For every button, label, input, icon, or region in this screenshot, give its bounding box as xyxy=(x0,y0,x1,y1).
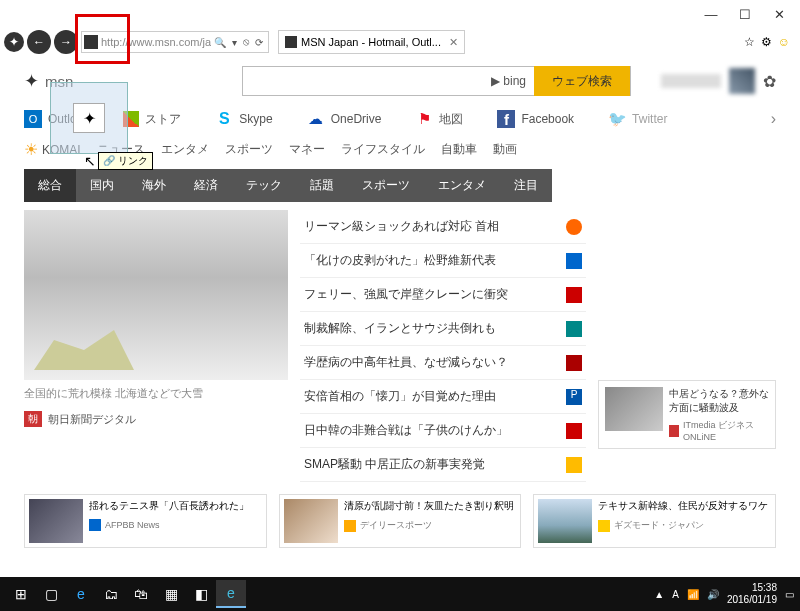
hero-image[interactable] xyxy=(24,210,288,380)
source-badge-icon xyxy=(598,520,610,532)
favorites-icon[interactable]: ☆ xyxy=(744,35,755,49)
user-area: ✿ xyxy=(661,68,776,94)
cat-entertainment[interactable]: エンタメ xyxy=(161,141,209,158)
headline-item[interactable]: 安倍首相の「懐刀」が目覚めた理由P xyxy=(300,380,586,414)
news-card[interactable]: テキサス新幹線、住民が反対するワケギズモード・ジャパン xyxy=(533,494,776,548)
start-button[interactable]: ⊞ xyxy=(6,580,36,608)
back-button[interactable]: ← xyxy=(27,30,51,54)
skype-icon: S xyxy=(215,110,233,128)
headline-item[interactable]: リーマン級ショックあれば対応 首相 xyxy=(300,210,586,244)
search-icon[interactable]: 🔍 xyxy=(211,37,229,48)
cat-lifestyle[interactable]: ライフスタイル xyxy=(341,141,425,158)
refresh-icon[interactable]: ⟳ xyxy=(252,37,266,48)
user-name-blurred xyxy=(661,74,721,88)
side-source: ITmedia ビジネスONLiNE xyxy=(669,419,769,442)
ie-taskbar-icon[interactable]: e xyxy=(216,580,246,608)
tab-close-icon[interactable]: ✕ xyxy=(449,36,458,49)
network-icon[interactable]: 📶 xyxy=(687,589,699,600)
headline-item[interactable]: フェリー、強風で岸壁クレーンに衝突 xyxy=(300,278,586,312)
headline-item[interactable]: 制裁解除、イランとサウジ共倒れも xyxy=(300,312,586,346)
minimize-button[interactable]: — xyxy=(694,4,728,24)
tab-kaigai[interactable]: 海外 xyxy=(128,169,180,202)
sun-icon: ☀ xyxy=(24,140,38,159)
ad-placeholder xyxy=(598,210,776,380)
svc-map[interactable]: ⚑地図 xyxy=(415,110,463,128)
news-card[interactable]: 揺れるテニス界「八百長誘われた」AFPBB News xyxy=(24,494,267,548)
source-icon xyxy=(566,423,582,439)
card-thumb xyxy=(29,499,83,543)
drag-ghost-icon: ✦ xyxy=(73,103,105,133)
cat-sports[interactable]: スポーツ xyxy=(225,141,273,158)
app-icon: ✦ xyxy=(4,32,24,52)
stop-icon[interactable]: ⦸ xyxy=(240,36,252,48)
headline-item[interactable]: 「化けの皮剥がれた」松野維新代表 xyxy=(300,244,586,278)
facebook-icon: f xyxy=(497,110,515,128)
side-thumb xyxy=(605,387,663,431)
svc-onedrive[interactable]: ☁OneDrive xyxy=(307,110,382,128)
source-icon xyxy=(566,321,582,337)
headline-item[interactable]: 日中韓の非難合戦は「子供のけんか」 xyxy=(300,414,586,448)
web-search-button[interactable]: ウェブ検索 xyxy=(534,66,630,96)
svc-store[interactable]: ストア xyxy=(123,111,181,128)
msn-logo-icon: ✦ xyxy=(24,70,39,92)
news-card[interactable]: 清原が乱闘寸前！灰皿たたき割り釈明デイリースポーツ xyxy=(279,494,522,548)
headline-item[interactable]: 学歴病の中高年社員、なぜ減らない？ xyxy=(300,346,586,380)
source-badge-icon xyxy=(669,425,679,437)
tab-tech[interactable]: テック xyxy=(232,169,296,202)
explorer-icon[interactable]: 🗂 xyxy=(96,580,126,608)
browser-tab[interactable]: MSN Japan - Hotmail, Outl... ✕ xyxy=(278,30,465,54)
source-icon xyxy=(566,253,582,269)
app2-icon[interactable]: ◧ xyxy=(186,580,216,608)
close-button[interactable]: ✕ xyxy=(762,4,796,24)
url-input[interactable] xyxy=(101,36,211,48)
address-bar[interactable]: 🔍 ▾ ⦸ ⟳ xyxy=(81,31,269,53)
tab-wadai[interactable]: 話題 xyxy=(296,169,348,202)
maximize-button[interactable]: ☐ xyxy=(728,4,762,24)
tab-sogo[interactable]: 総合 xyxy=(24,169,76,202)
source-badge-icon xyxy=(89,519,101,531)
feedback-icon[interactable]: ☺ xyxy=(778,35,790,49)
headlines-column: リーマン級ショックあれば対応 首相 「化けの皮剥がれた」松野維新代表 フェリー、… xyxy=(300,210,586,482)
tab-chumoku[interactable]: 注目 xyxy=(500,169,552,202)
headline-item[interactable]: SMAP騒動 中居正広の新事実発覚 xyxy=(300,448,586,482)
svc-facebook[interactable]: fFacebook xyxy=(497,110,574,128)
taskview-icon[interactable]: ▢ xyxy=(36,580,66,608)
tray-up-icon[interactable]: ▲ xyxy=(654,589,664,600)
side-card[interactable]: 中居どうなる？意外な方面に騒動波及 ITmedia ビジネスONLiNE xyxy=(598,380,776,449)
tab-entame[interactable]: エンタメ xyxy=(424,169,500,202)
avatar[interactable] xyxy=(729,68,755,94)
forward-button[interactable]: → xyxy=(54,30,78,54)
volume-icon[interactable]: 🔊 xyxy=(707,589,719,600)
tab-kokunai[interactable]: 国内 xyxy=(76,169,128,202)
cat-video[interactable]: 動画 xyxy=(493,141,517,158)
bottom-cards: 揺れるテニス界「八百長誘われた」AFPBB News 清原が乱闘寸前！灰皿たたき… xyxy=(0,490,800,552)
ime-icon[interactable]: A xyxy=(672,589,679,600)
site-icon xyxy=(84,35,98,49)
map-icon: ⚑ xyxy=(415,110,433,128)
clock[interactable]: 15:382016/01/19 xyxy=(727,582,777,606)
edge-icon[interactable]: e xyxy=(66,580,96,608)
link-tooltip: 🔗 リンク xyxy=(98,152,153,170)
search-input[interactable] xyxy=(243,67,483,95)
source-badge-icon xyxy=(344,520,356,532)
dropdown-icon[interactable]: ▾ xyxy=(229,37,240,48)
cat-auto[interactable]: 自動車 xyxy=(441,141,477,158)
cat-money[interactable]: マネー xyxy=(289,141,325,158)
side-title: 中居どうなる？意外な方面に騒動波及 xyxy=(669,387,769,415)
settings-icon[interactable]: ⚙ xyxy=(761,35,772,49)
hero-caption[interactable]: 全国的に荒れ模様 北海道などで大雪 xyxy=(24,380,288,407)
action-center-icon[interactable]: ▭ xyxy=(785,589,794,600)
main-content: 全国的に荒れ模様 北海道などで大雪 朝 朝日新聞デジタル リーマン級ショックあれ… xyxy=(0,202,800,490)
svc-skype[interactable]: SSkype xyxy=(215,110,272,128)
side-column: 中居どうなる？意外な方面に騒動波及 ITmedia ビジネスONLiNE xyxy=(598,210,776,482)
services-more-icon[interactable]: › xyxy=(771,110,776,128)
page-settings-icon[interactable]: ✿ xyxy=(763,72,776,91)
svc-twitter[interactable]: 🐦Twitter xyxy=(608,110,667,128)
store-icon[interactable]: 🛍 xyxy=(126,580,156,608)
tab-keizai[interactable]: 経済 xyxy=(180,169,232,202)
news-tabs: 総合 国内 海外 経済 テック 話題 スポーツ エンタメ 注目 xyxy=(24,169,776,202)
hero-source[interactable]: 朝 朝日新聞デジタル xyxy=(24,407,288,431)
onedrive-icon: ☁ xyxy=(307,110,325,128)
app-icon[interactable]: ▦ xyxy=(156,580,186,608)
tab-sports[interactable]: スポーツ xyxy=(348,169,424,202)
